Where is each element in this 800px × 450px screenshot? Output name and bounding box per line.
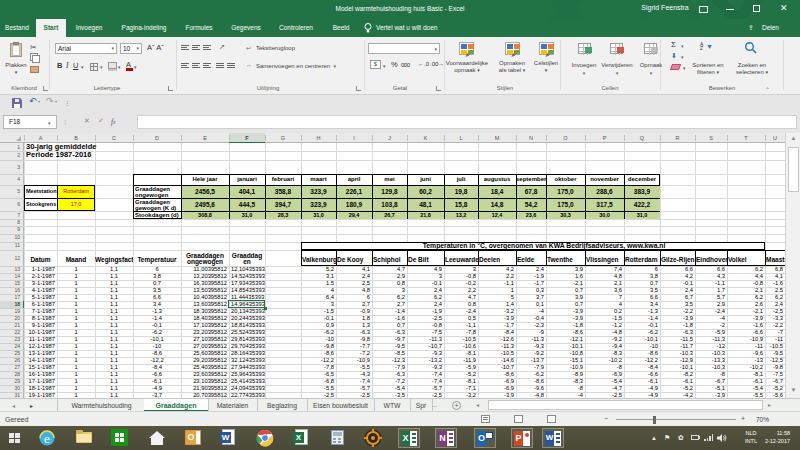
svg-text:e: e xyxy=(44,431,50,446)
